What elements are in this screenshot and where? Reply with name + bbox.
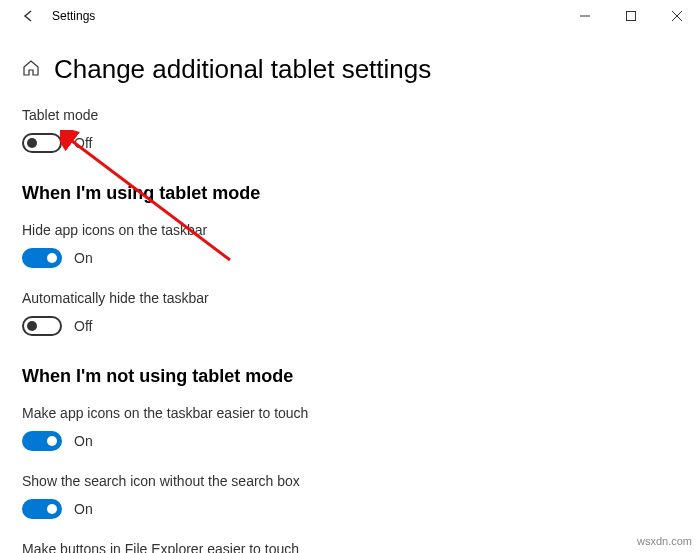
tablet-mode-row: Off — [22, 133, 678, 153]
content-area: Change additional tablet settings Tablet… — [0, 32, 700, 553]
titlebar: Settings — [0, 0, 700, 32]
svg-rect-1 — [627, 12, 636, 21]
hide-icons-row: On — [22, 248, 678, 268]
close-button[interactable] — [654, 0, 700, 32]
watermark: wsxdn.com — [637, 535, 692, 547]
section-not-using-heading: When I'm not using tablet mode — [22, 366, 678, 387]
app-title: Settings — [52, 9, 95, 23]
arrow-left-icon — [21, 9, 35, 23]
search-icon-toggle[interactable] — [22, 499, 62, 519]
tablet-mode-status: Off — [74, 135, 92, 151]
easier-icons-toggle[interactable] — [22, 431, 62, 451]
auto-hide-label: Automatically hide the taskbar — [22, 290, 678, 306]
search-icon-status: On — [74, 501, 93, 517]
hide-icons-status: On — [74, 250, 93, 266]
file-explorer-label: Make buttons in File Explorer easier to … — [22, 541, 678, 553]
auto-hide-status: Off — [74, 318, 92, 334]
maximize-icon — [626, 11, 636, 21]
section-using-heading: When I'm using tablet mode — [22, 183, 678, 204]
page-title: Change additional tablet settings — [54, 54, 431, 85]
search-icon-row: On — [22, 499, 678, 519]
easier-icons-label: Make app icons on the taskbar easier to … — [22, 405, 678, 421]
back-button[interactable] — [10, 0, 46, 32]
tablet-mode-toggle[interactable] — [22, 133, 62, 153]
search-icon-label: Show the search icon without the search … — [22, 473, 678, 489]
auto-hide-row: Off — [22, 316, 678, 336]
window-controls — [562, 0, 700, 32]
easier-icons-status: On — [74, 433, 93, 449]
hide-icons-toggle[interactable] — [22, 248, 62, 268]
home-icon[interactable] — [22, 59, 40, 81]
minimize-button[interactable] — [562, 0, 608, 32]
close-icon — [672, 11, 682, 21]
easier-icons-row: On — [22, 431, 678, 451]
auto-hide-toggle[interactable] — [22, 316, 62, 336]
minimize-icon — [580, 11, 590, 21]
heading-row: Change additional tablet settings — [22, 54, 678, 85]
maximize-button[interactable] — [608, 0, 654, 32]
hide-icons-label: Hide app icons on the taskbar — [22, 222, 678, 238]
tablet-mode-label: Tablet mode — [22, 107, 678, 123]
